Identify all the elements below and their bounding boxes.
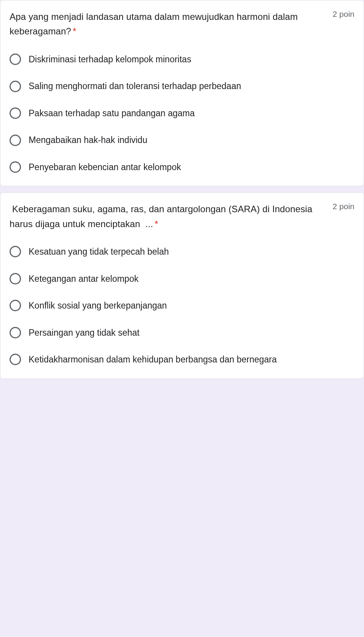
radio-option[interactable]: Konflik sosial yang berkepanjangan	[10, 299, 354, 312]
question-header: Keberagaman suku, agama, ras, dan antarg…	[10, 202, 354, 231]
option-label: Saling menghormati dan toleransi terhada…	[29, 80, 241, 93]
option-label: Persaingan yang tidak sehat	[29, 326, 139, 340]
question-header: Apa yang menjadi landasan utama dalam me…	[10, 10, 354, 39]
question-text: Keberagaman suku, agama, ras, dan antarg…	[10, 202, 327, 231]
radio-circle-icon	[10, 300, 21, 311]
points-label: 2 poin	[333, 10, 354, 19]
radio-option[interactable]: Kesatuan yang tidak terpecah belah	[10, 245, 354, 258]
radio-option[interactable]: Mengabaikan hak-hak individu	[10, 133, 354, 147]
radio-circle-icon	[10, 54, 21, 65]
question-card: Apa yang menjadi landasan utama dalam me…	[0, 0, 364, 186]
option-label: Konflik sosial yang berkepanjangan	[29, 299, 167, 312]
points-label: 2 poin	[333, 202, 354, 211]
radio-option[interactable]: Diskriminasi terhadap kelompok minoritas	[10, 53, 354, 66]
radio-option[interactable]: Ketegangan antar kelompok	[10, 272, 354, 286]
question-text-content: Apa yang menjadi landasan utama dalam me…	[10, 11, 298, 36]
required-indicator: *	[155, 219, 158, 229]
radio-option[interactable]: Persaingan yang tidak sehat	[10, 326, 354, 340]
option-label: Mengabaikan hak-hak individu	[29, 133, 147, 147]
radio-circle-icon	[10, 161, 21, 173]
radio-circle-icon	[10, 354, 21, 365]
required-indicator: *	[73, 26, 76, 36]
radio-circle-icon	[10, 107, 21, 119]
radio-option[interactable]: Saling menghormati dan toleransi terhada…	[10, 80, 354, 93]
option-label: Penyebaran kebencian antar kelompok	[29, 161, 181, 174]
radio-circle-icon	[10, 246, 21, 257]
question-text: Apa yang menjadi landasan utama dalam me…	[10, 10, 327, 39]
radio-option[interactable]: Paksaan terhadap satu pandangan agama	[10, 107, 354, 120]
radio-circle-icon	[10, 273, 21, 284]
option-label: Kesatuan yang tidak terpecah belah	[29, 245, 169, 258]
radio-option[interactable]: Penyebaran kebencian antar kelompok	[10, 161, 354, 174]
question-text-content: Keberagaman suku, agama, ras, dan antarg…	[10, 204, 312, 229]
radio-circle-icon	[10, 135, 21, 146]
radio-option[interactable]: Ketidakharmonisan dalam kehidupan berban…	[10, 353, 354, 366]
option-label: Ketegangan antar kelompok	[29, 272, 139, 286]
radio-circle-icon	[10, 81, 21, 92]
question-card: Keberagaman suku, agama, ras, dan antarg…	[0, 192, 364, 379]
option-label: Paksaan terhadap satu pandangan agama	[29, 107, 195, 120]
radio-circle-icon	[10, 327, 21, 338]
option-label: Diskriminasi terhadap kelompok minoritas	[29, 53, 191, 66]
option-label: Ketidakharmonisan dalam kehidupan berban…	[29, 353, 277, 366]
